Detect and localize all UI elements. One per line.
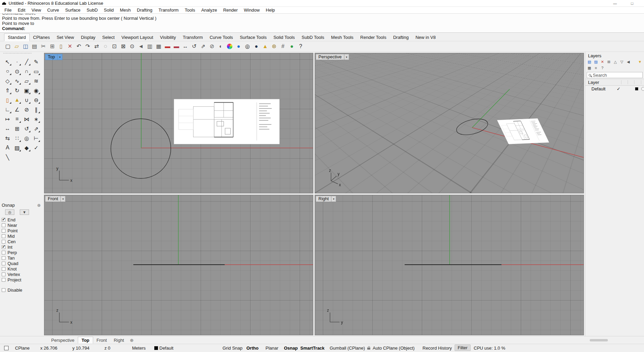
explode-tool-icon[interactable]: ∗ [31,114,41,124]
collapse-layers-icon[interactable]: ◀ [626,59,631,64]
status-item[interactable]: Filter [455,344,471,351]
menu-item[interactable]: Analyze [198,7,220,13]
floorplan-picture[interactable] [497,118,549,144]
viewport-right[interactable]: z y Right ▾ [315,195,584,335]
status-item[interactable]: x 26.706 [40,346,57,351]
checkbox[interactable] [2,262,5,265]
status-item[interactable]: z 0 [104,346,110,351]
checkbox[interactable] [2,273,5,276]
osnap-option[interactable]: Quad [2,261,43,266]
move-layer-up-icon[interactable]: △ [613,59,618,64]
viewport-tab[interactable]: Top [78,337,93,343]
scale-icon[interactable]: ⇗ [199,42,207,51]
toolbar-tab[interactable]: Mesh Tools [328,34,357,41]
minimize-button[interactable]: — [610,0,620,7]
freeform-curve-tool-icon[interactable]: ∿ [12,76,22,86]
status-item[interactable]: CPU use: 1.0 % [474,346,505,351]
viewport-top[interactable]: y x Top ▾ [44,53,313,193]
osnap-settings-icon[interactable]: ⊛ [37,203,41,208]
status-item[interactable]: Ortho [246,346,258,351]
box-tool-icon[interactable]: ▣ [22,86,31,95]
move-layer-down-icon[interactable]: ▽ [619,59,625,64]
toolbar-grip[interactable] [3,53,31,55]
render-color-wheel-icon[interactable] [226,42,234,51]
hatch-tool-icon[interactable]: ▨ [12,143,22,152]
zoom-extents-icon[interactable]: ⊠ [119,42,127,51]
layer-grid-view-icon[interactable]: ▦ [587,65,592,71]
zoom-dynamic-icon[interactable]: ◌ [101,42,110,51]
extrude-tool-icon[interactable]: ⇑ [3,86,12,95]
right-viewport-canvas[interactable]: z y [315,195,584,335]
layer-menu-icon[interactable]: ≡ [593,65,599,71]
lock-icon[interactable]: ⊘ [208,42,216,51]
offset-tool-icon[interactable]: ≡ [12,114,22,124]
viewport-pane-icon[interactable] [4,346,9,350]
redo-icon[interactable]: ↷ [84,42,92,51]
viewport-title-right[interactable]: Right [316,196,331,202]
menu-item[interactable]: Help [263,7,278,13]
circle-curve[interactable] [111,119,171,178]
select-tool-icon[interactable]: ↖ [3,57,12,67]
toolbar-tab[interactable]: CPlanes [30,34,53,41]
status-item[interactable]: Gumball (CPlane) [330,346,365,351]
panel-scrollbar-thumb[interactable] [590,339,608,341]
checkbox[interactable] [2,223,5,227]
toolbar-tab[interactable]: Display [77,34,99,41]
circle-curve[interactable] [455,116,489,137]
move-icon[interactable]: ↔ [181,42,189,51]
status-item[interactable]: Osnap [284,346,298,351]
viewport-tab[interactable]: Right [110,337,127,343]
options-gear-icon[interactable]: ⊛ [270,42,278,51]
undo-view-change-icon[interactable]: ◄ [137,42,145,51]
duplicate-layer-icon[interactable]: ⊞ [606,59,612,64]
floorplan-picture[interactable] [174,99,280,144]
render-blue-sphere-icon[interactable]: ● [234,42,243,51]
viewport-title-top[interactable]: Top [45,54,58,60]
toolbar-tab[interactable]: Set View [53,34,77,41]
menu-item[interactable]: Surface [62,7,84,13]
checkbox[interactable] [2,251,5,254]
menu-item[interactable]: Transform [156,7,182,13]
angled-line-tool-icon[interactable]: ╲ [3,152,12,162]
point-tool-icon[interactable]: ∙ [12,57,22,67]
toolbar-tab[interactable]: SubD Tools [298,34,328,41]
check-tool-icon[interactable]: ✓ [31,143,41,152]
boolean-union-tool-icon[interactable]: ∪ [22,95,31,105]
open-file-icon[interactable]: ▱ [13,42,21,51]
toolbar-tab[interactable]: Solid Tools [270,34,298,41]
viewport-title-front[interactable]: Front [45,196,61,202]
dimension-tool-icon[interactable]: ⊢ [31,133,41,143]
scale-tool-icon[interactable]: ⇗ [31,124,41,133]
checkbox[interactable] [2,218,5,222]
status-item[interactable]: Planar [266,346,278,351]
osnap-option[interactable]: Int [2,244,43,250]
viewport-tab[interactable]: Perspective [48,337,78,343]
menu-item[interactable]: Window [241,7,263,13]
viewport-tab[interactable]: Front [93,337,110,343]
pan-view-icon[interactable]: ⇄ [92,42,101,51]
toolbar-tab[interactable]: Drafting [390,34,412,41]
polyline-tool-icon[interactable]: ╱ [22,57,31,67]
menu-item[interactable]: File [1,7,15,13]
osnap-option[interactable]: Point [2,228,43,233]
toolbar-tab[interactable]: Select [99,34,118,41]
checkbox[interactable] [2,267,5,271]
sphere-tool-icon[interactable]: ◉ [31,86,41,95]
globe-icon[interactable]: ● [288,42,296,51]
osnap-option[interactable]: Perp [2,250,43,255]
cone-tool-icon[interactable]: ▲ [12,95,22,105]
osnap-disable-option[interactable]: Disable [2,287,43,293]
osnap-option[interactable]: Knot [2,266,43,272]
shaded-viewport-icon[interactable]: ◎ [243,42,252,51]
hide-icon[interactable]: ◐ [217,42,225,51]
osnap-option[interactable]: Vertex [2,272,43,277]
undo-icon[interactable]: ↶ [75,42,83,51]
osnap-option[interactable]: Near [2,222,43,228]
toolbar-tab[interactable]: Visibility [157,34,180,41]
osnap-option[interactable]: Tan [2,255,43,261]
block-tool-icon[interactable]: ◆ [22,143,31,152]
toolbar-tab[interactable]: Transform [179,34,206,41]
viewport-front[interactable]: z x Front ▾ [44,195,313,335]
perspective-viewport-canvas[interactable]: z y x [315,53,584,193]
menu-item[interactable]: SubD [84,7,101,13]
